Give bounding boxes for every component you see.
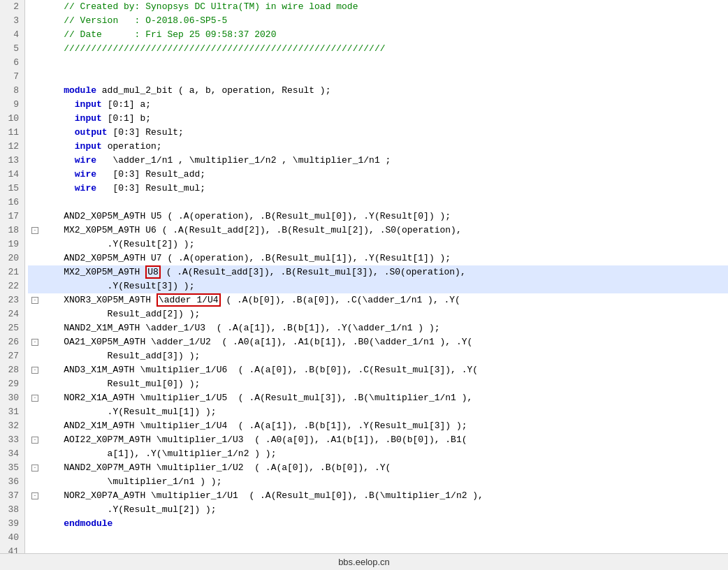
fold-icon[interactable]: -	[31, 227, 38, 234]
code-text: .Y(Result_mul[2]) );	[42, 503, 728, 517]
keyword: wire	[42, 169, 96, 180]
line-number: 22	[6, 279, 19, 293]
fold-gutter[interactable]: -	[28, 437, 42, 444]
fold-gutter[interactable]: -	[28, 367, 42, 374]
code-line: MX2_X0P5M_A9TH U8 ( .A(Result_add[3]), .…	[28, 265, 728, 279]
code-line: AND2_X0P5M_A9TH U7 ( .A(operation), .B(R…	[28, 251, 728, 265]
line-number: 26	[6, 335, 19, 349]
code-line: \multiplier_1/n1 ) );	[28, 475, 728, 489]
code-text: OA21_X0P5M_A9TH \adder_1/U2 ( .A0(a[1]),…	[42, 335, 728, 349]
code-line: // Version : O-2018.06-SP5-5	[28, 14, 728, 28]
code-line: - XNOR3_X0P5M_A9TH \adder 1/U4 ( .A(b[0]…	[28, 293, 728, 307]
code-segment: [0:3] Result_add;	[96, 169, 205, 180]
code-segment: [0:3] Result;	[108, 127, 184, 138]
code-text: .Y(Result[2]) );	[42, 238, 728, 251]
line-number: 10	[6, 112, 19, 126]
code-text: \multiplier_1/n1 ) );	[42, 475, 728, 489]
line-number: 20	[6, 251, 19, 265]
fold-gutter[interactable]: -	[28, 297, 42, 304]
code-line: module add_mul_2_bit ( a, b, operation, …	[28, 84, 728, 98]
code-text: a[1]), .Y(\multiplier_1/n2 ) );	[42, 447, 728, 461]
code-segment: .Y(Result[2]) );	[42, 239, 194, 249]
line-number: 30	[6, 391, 19, 405]
code-line: - NOR2_X1A_A9TH \multiplier_1/U5 ( .A(Re…	[28, 391, 728, 405]
code-text: AOI22_X0P7M_A9TH \multiplier_1/U3 ( .A0(…	[42, 433, 728, 447]
fold-icon[interactable]: -	[31, 367, 38, 374]
code-line	[28, 70, 728, 84]
keyword: input	[42, 141, 102, 152]
code-text: endmodule	[42, 517, 728, 531]
code-text: AND3_X1M_A9TH \multiplier_1/U6 ( .A(a[0]…	[42, 363, 728, 377]
fold-gutter[interactable]: -	[28, 492, 42, 499]
fold-gutter[interactable]: -	[28, 395, 42, 402]
line-number: 17	[6, 210, 19, 224]
code-segment: Result_mul[0]) );	[42, 379, 200, 389]
code-text: // Version : O-2018.06-SP5-5	[42, 14, 728, 28]
line-number: 6	[6, 56, 19, 70]
code-line: .Y(Result_mul[1]) );	[28, 405, 728, 419]
code-line	[28, 56, 728, 70]
fold-icon[interactable]: -	[31, 465, 38, 472]
code-line: - AND3_X1M_A9TH \multiplier_1/U6 ( .A(a[…	[28, 363, 728, 377]
code-text: wire [0:3] Result_mul;	[42, 182, 728, 196]
line-number: 5	[6, 42, 19, 56]
code-line	[28, 196, 728, 210]
code-segment: AOI22_X0P7M_A9TH \multiplier_1/U3 ( .A0(…	[42, 434, 467, 445]
code-text: NAND2_X0P7M_A9TH \multiplier_1/U2 ( .A(a…	[42, 461, 728, 475]
keyword: endmodule	[42, 518, 112, 529]
code-text: AND2_X0P5M_A9TH U5 ( .A(operation), .B(R…	[42, 210, 728, 224]
line-number: 33	[6, 433, 19, 447]
line-number: 21	[6, 265, 19, 279]
fold-icon[interactable]: -	[31, 492, 38, 499]
red-box-highlight: U8	[145, 265, 161, 279]
line-number: 34	[6, 447, 19, 461]
line-number: 35	[6, 461, 19, 475]
fold-gutter[interactable]: -	[28, 339, 42, 346]
code-area: 2345678910111213141516171819202122232425…	[0, 0, 728, 553]
code-text: Result_add[2]) );	[42, 307, 728, 321]
line-number: 23	[6, 293, 19, 307]
code-text: input [0:1] b;	[42, 112, 728, 126]
line-number: 16	[6, 196, 19, 210]
code-text: wire [0:3] Result_add;	[42, 168, 728, 182]
fold-gutter[interactable]: -	[28, 465, 42, 472]
line-number: 7	[6, 70, 19, 84]
code-text: XNOR3_X0P5M_A9TH \adder 1/U4 ( .A(b[0]),…	[42, 293, 728, 307]
line-number: 25	[6, 321, 19, 335]
code-line: - NOR2_X0P7A_A9TH \multiplier_1/U1 ( .A(…	[28, 489, 728, 503]
code-line: output [0:3] Result;	[28, 126, 728, 140]
line-number: 2	[6, 0, 19, 14]
fold-icon[interactable]: -	[31, 395, 38, 402]
code-segment: NOR2_X0P7A_A9TH \multiplier_1/U1 ( .A(Re…	[42, 490, 483, 501]
line-number: 36	[6, 475, 19, 489]
code-text: .Y(Result_mul[1]) );	[42, 405, 728, 419]
comment: // Version : O-2018.06-SP5-5	[42, 15, 227, 26]
fold-icon[interactable]: -	[31, 297, 38, 304]
code-line: wire \adder_1/n1 , \multiplier_1/n2 , \m…	[28, 154, 728, 168]
code-text: module add_mul_2_bit ( a, b, operation, …	[42, 84, 728, 98]
code-segment: Result_add[2]) );	[42, 309, 200, 319]
code-segment: NOR2_X1A_A9TH \multiplier_1/U5 ( .A(Resu…	[42, 393, 472, 403]
code-line: - AOI22_X0P7M_A9TH \multiplier_1/U3 ( .A…	[28, 433, 728, 447]
code-text: Result_add[3]) );	[42, 349, 728, 363]
fold-icon[interactable]: -	[31, 339, 38, 346]
line-number: 12	[6, 140, 19, 154]
code-line: Result_add[3]) );	[28, 349, 728, 363]
fold-icon[interactable]: -	[31, 437, 38, 444]
code-container: 2345678910111213141516171819202122232425…	[0, 0, 728, 570]
code-line	[28, 545, 728, 553]
code-text: AND2_X0P5M_A9TH U7 ( .A(operation), .B(R…	[42, 251, 728, 265]
code-text: AND2_X1M_A9TH \multiplier_1/U4 ( .A(a[1]…	[42, 419, 728, 433]
code-text: MX2_X0P5M_A9TH U8 ( .A(Result_add[3]), .…	[42, 265, 728, 279]
code-text: .Y(Result[3]) );	[42, 279, 728, 293]
code-segment: AND3_X1M_A9TH \multiplier_1/U6 ( .A(a[0]…	[42, 365, 478, 375]
code-segment: AND2_X0P5M_A9TH U7 ( .A(operation), .B(R…	[42, 253, 451, 263]
code-segment: NAND2_X1M_A9TH \adder_1/U3 ( .A(a[1]), .…	[42, 323, 440, 333]
code-segment: AND2_X1M_A9TH \multiplier_1/U4 ( .A(a[1]…	[42, 421, 467, 431]
code-segment: operation;	[102, 141, 162, 152]
code-segment: ( .A(b[0]), .B(a[0]), .C(\adder_1/n1 ), …	[221, 295, 460, 305]
code-segment: .Y(Result_mul[1]) );	[42, 407, 217, 417]
code-line: ////////////////////////////////////////…	[28, 42, 728, 56]
code-line: .Y(Result[2]) );	[28, 238, 728, 251]
fold-gutter[interactable]: -	[28, 227, 42, 234]
